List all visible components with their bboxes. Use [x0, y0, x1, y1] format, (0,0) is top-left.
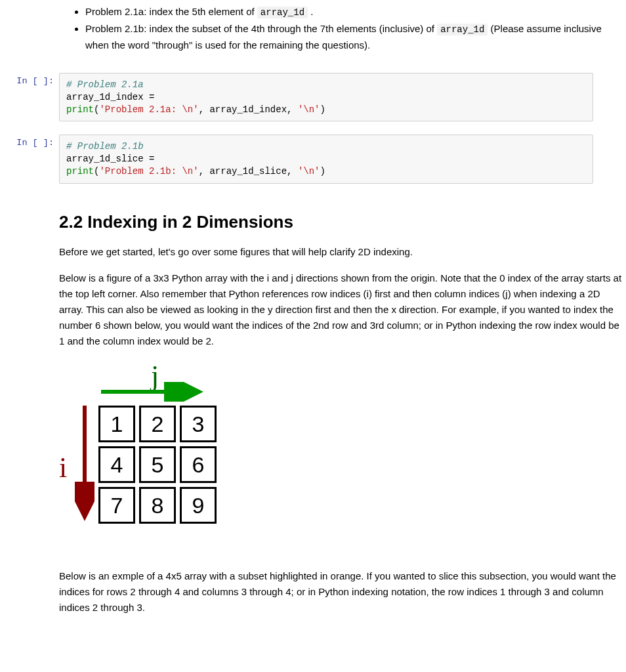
grid-cell: 6 [180, 446, 217, 483]
i-arrow-icon [75, 406, 94, 530]
inline-code-array-1d-a: array_1d [257, 7, 308, 18]
code-a-mid: , array_1d_index, [199, 104, 298, 115]
code-a-print: print [66, 104, 94, 115]
code-b-line2: array_1d_slice = [66, 154, 154, 164]
code-b-mid: , array_1d_slice, [199, 166, 298, 177]
grid-3x3: 1 2 3 4 5 6 7 8 9 [98, 406, 217, 524]
cell-prompt-b: In [ ]: [0, 131, 59, 193]
paragraph-intro: Before we get started, let's go over som… [59, 244, 626, 260]
i-axis-label: i [59, 445, 67, 491]
paragraph-4x5-desc: Below is an exmple of a 4x5 array with a… [59, 568, 626, 616]
j-arrow-icon [101, 382, 219, 402]
cell-prompt-a: In [ ]: [0, 69, 59, 131]
grid-cell: 3 [180, 406, 217, 442]
bullet-2-1a: Problem 2.1a: index the 5th element of a… [85, 4, 626, 20]
grid-cell: 5 [139, 446, 176, 483]
bullet-2-1b-text: Problem 2.1b: index the subset of the 4t… [85, 23, 437, 34]
bullet-2-1a-suffix: . [308, 6, 313, 17]
grid-cell: 2 [139, 406, 176, 442]
grid-cell: 1 [98, 406, 135, 442]
code-a-str2: '\n' [298, 104, 320, 115]
code-a-comment: # Problem 2.1a [66, 79, 144, 90]
prompt-spacer [0, 0, 59, 69]
code-cell-2-1b[interactable]: # Problem 2.1b array_1d_slice = print('P… [59, 135, 593, 184]
code-b-print: print [66, 166, 94, 177]
prompt-spacer-2 [0, 193, 59, 633]
bullets-list: Problem 2.1a: index the 5th element of a… [59, 4, 626, 53]
paragraph-3x3-desc: Below is a figure of a 3x3 Python array … [59, 270, 626, 349]
bullet-2-1a-text: Problem 2.1a: index the 5th element of [85, 6, 257, 17]
figure-3x3-array: j i [59, 360, 626, 556]
code-b-comment: # Problem 2.1b [66, 141, 144, 152]
grid-cell: 9 [180, 487, 217, 524]
code-b-str1: 'Problem 2.1b: \n' [99, 166, 198, 177]
grid-cell: 7 [98, 487, 135, 524]
code-a-str1: 'Problem 2.1a: \n' [99, 104, 198, 115]
inline-code-array-1d-b: array_1d [437, 24, 488, 35]
grid-cell: 8 [139, 487, 176, 524]
bullet-2-1b: Problem 2.1b: index the subset of the 4t… [85, 21, 626, 52]
section-heading-2-2: 2.2 Indexing in 2 Dimensions [59, 209, 626, 236]
grid-cell: 4 [98, 446, 135, 483]
code-a-line2: array_1d_index = [66, 92, 154, 102]
problem-bullets-block: Problem 2.1a: index the 5th element of a… [59, 0, 626, 69]
code-cell-2-1a[interactable]: # Problem 2.1a array_1d_index = print('P… [59, 73, 593, 122]
code-b-str2: '\n' [298, 166, 320, 177]
